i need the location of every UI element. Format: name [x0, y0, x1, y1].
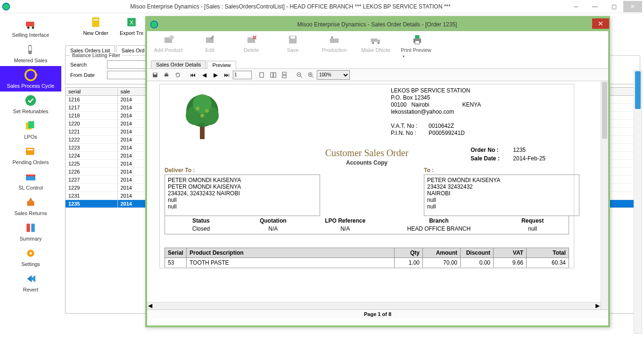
- single-page-button[interactable]: [256, 70, 267, 80]
- tab-preview[interactable]: Preview: [207, 61, 236, 69]
- add-product-button[interactable]: Add Product: [152, 33, 185, 53]
- svg-rect-49: [165, 73, 168, 74]
- production-button[interactable]: Production: [318, 33, 351, 53]
- sales-order-document: LEKOS BP SERVICE STATION P.O. Box 12345 …: [159, 84, 574, 268]
- new-order-icon: [88, 15, 104, 29]
- sidebar-label: Sales Returns: [14, 210, 47, 216]
- tool-label: Make DNote: [361, 47, 390, 53]
- multi-page-button[interactable]: [268, 70, 278, 80]
- print-button[interactable]: [161, 70, 172, 80]
- sidebar-item-settings[interactable]: Settings: [0, 244, 61, 270]
- dropdown-arrow-icon[interactable]: ▾: [403, 54, 405, 58]
- svg-rect-37: [330, 39, 339, 43]
- sidebar-item-revert[interactable]: Revert: [0, 270, 61, 295]
- svg-rect-63: [200, 125, 205, 139]
- sidebar-item-sales-returns[interactable]: Sales Returns: [0, 193, 61, 219]
- sidebar-label: SL Control: [18, 185, 43, 191]
- svg-point-2: [27, 26, 30, 29]
- preview-footer: Page 1 of 8: [147, 309, 608, 318]
- slcontrol-icon: [22, 170, 39, 184]
- export-trx-button[interactable]: X Export Trx: [115, 15, 148, 43]
- first-page-button[interactable]: ⏮: [188, 70, 198, 80]
- sidebar-item-selling-interface[interactable]: Selling Interface: [0, 15, 61, 41]
- preview-pane[interactable]: LEKOS BP SERVICE STATION P.O. Box 12345 …: [147, 81, 608, 309]
- last-page-button[interactable]: ⏭: [222, 70, 232, 80]
- svg-point-68: [196, 107, 199, 110]
- svg-rect-10: [28, 121, 34, 128]
- make-dnote-button[interactable]: Make DNote: [359, 33, 392, 53]
- company-logo: [165, 87, 240, 144]
- svg-rect-24: [93, 19, 98, 21]
- window-maximize-icon[interactable]: ▢: [604, 1, 623, 12]
- sales-order-details-dialog: Misoo Enterprise Dynamics - Sales Order …: [145, 16, 610, 327]
- col-serial[interactable]: serial: [66, 88, 117, 96]
- summary-icon: [22, 221, 39, 235]
- tool-label: Add Product: [154, 47, 183, 53]
- sidebar-item-sl-control[interactable]: SL Control: [0, 168, 61, 193]
- print-preview-button[interactable]: Print Preview▾: [401, 33, 434, 58]
- window-close-icon[interactable]: ✕: [623, 1, 642, 12]
- meter-icon: [22, 42, 39, 57]
- sidebar-item-set-retunables[interactable]: Set Retunables: [0, 91, 61, 117]
- sidebar: Selling Interface Metered Sales Sales Pr…: [0, 13, 61, 341]
- sidebar-label: Revert: [23, 287, 38, 292]
- svg-point-42: [378, 42, 380, 44]
- next-page-button[interactable]: ▶: [210, 70, 221, 80]
- from-date-label: From Date: [70, 72, 103, 78]
- svg-point-6: [25, 70, 36, 81]
- tool-label: Edit: [206, 47, 215, 53]
- sidebar-item-pending-orders[interactable]: Pending Orders: [0, 142, 61, 168]
- svg-rect-1: [26, 22, 34, 26]
- svg-rect-15: [27, 201, 34, 206]
- svg-rect-12: [27, 149, 33, 150]
- preview-vertical-scrollbar[interactable]: [601, 81, 608, 309]
- svg-point-8: [25, 95, 36, 106]
- sidebar-item-metered-sales[interactable]: Metered Sales: [0, 41, 61, 66]
- returnables-icon: [22, 93, 39, 108]
- dialog-titlebar: Misoo Enterprise Dynamics - Sales Order …: [147, 18, 608, 31]
- svg-rect-5: [29, 46, 31, 51]
- edit-icon: [202, 33, 218, 46]
- new-order-button[interactable]: New Order: [79, 15, 112, 43]
- svg-point-70: [200, 114, 204, 117]
- continuous-page-button[interactable]: [279, 70, 289, 80]
- svg-point-20: [30, 252, 32, 255]
- svg-marker-16: [28, 198, 33, 201]
- lpo-icon: [22, 119, 39, 133]
- svg-rect-45: [415, 41, 419, 44]
- save-report-button[interactable]: [150, 70, 160, 80]
- delete-button[interactable]: Delete: [235, 33, 268, 53]
- window-minimize-icon[interactable]: —: [586, 1, 604, 12]
- sidebar-label: Selling Interface: [12, 32, 50, 38]
- zoom-in-button[interactable]: [305, 70, 316, 80]
- svg-rect-51: [260, 73, 264, 77]
- page-input[interactable]: [233, 71, 252, 79]
- cycle-icon: [22, 68, 39, 82]
- svg-text:X: X: [130, 19, 134, 26]
- refresh-button[interactable]: [173, 70, 183, 80]
- sidebar-label: Metered Sales: [14, 58, 48, 63]
- ribbon-label: New Order: [83, 30, 108, 36]
- svg-rect-38: [331, 36, 333, 39]
- sidebar-item-lpos[interactable]: LPOs: [0, 117, 61, 142]
- tool-label: Print Preview: [401, 47, 431, 53]
- svg-point-41: [372, 42, 374, 44]
- dialog-close-button[interactable]: ✕: [592, 18, 609, 29]
- sidebar-item-sales-process-cycle[interactable]: Sales Process Cycle: [0, 66, 61, 91]
- sidebar-item-summary[interactable]: Summary: [0, 219, 61, 244]
- vertical-scrollbar[interactable]: [634, 70, 642, 334]
- returns-icon: [22, 195, 39, 209]
- svg-rect-11: [26, 148, 34, 155]
- window-restore-icon[interactable]: ↔: [567, 1, 586, 12]
- svg-rect-53: [273, 73, 276, 77]
- tab-sales-order-details[interactable]: Sales Order Details: [151, 60, 206, 68]
- zoom-select[interactable]: 100%: [317, 70, 350, 80]
- edit-button[interactable]: Edit: [193, 33, 226, 53]
- svg-rect-55: [282, 75, 286, 78]
- preview-horizontal-scrollbar[interactable]: ◀ ▶: [147, 302, 601, 309]
- zoom-out-button[interactable]: [294, 70, 305, 80]
- prev-page-button[interactable]: ◀: [199, 70, 209, 80]
- svg-point-29: [169, 35, 173, 40]
- deliver-to: Deliver To : PETER OMONDI KAISENYAPETER …: [165, 167, 320, 216]
- save-button[interactable]: Save: [276, 33, 309, 53]
